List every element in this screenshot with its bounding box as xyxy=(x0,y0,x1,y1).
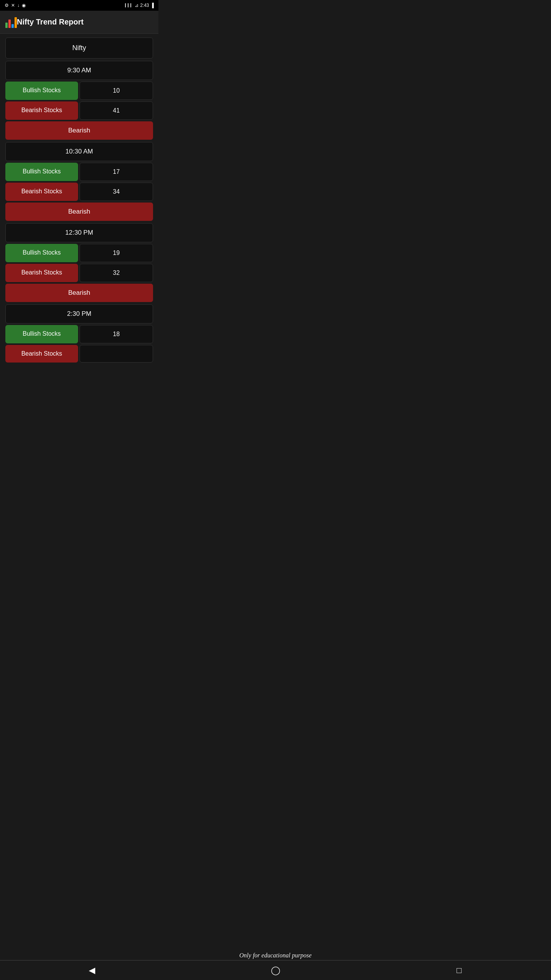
bullish-value-0: 10 xyxy=(80,82,153,100)
time-display: 2:43 xyxy=(140,3,149,8)
bearish-value-1: 34 xyxy=(80,183,153,201)
settings-icon: ⚙ xyxy=(5,3,9,8)
time-sections: 9:30 AMBullish Stocks10Bearish Stocks41B… xyxy=(5,61,153,363)
bearish-label-3: Bearish Stocks xyxy=(5,345,78,363)
bullish-row-0: Bullish Stocks10 xyxy=(5,82,153,100)
trend-label-2: Bearish xyxy=(5,284,153,302)
bearish-row-2: Bearish Stocks32 xyxy=(5,264,153,282)
main-content: Nifty 9:30 AMBullish Stocks10Bearish Sto… xyxy=(0,34,158,388)
battery-icon: ▐ xyxy=(150,3,154,8)
watermark-text: Only for educational purpose xyxy=(0,952,158,959)
time-label-3: 2:30 PM xyxy=(5,304,153,323)
close-icon: ✕ xyxy=(11,3,15,8)
bullish-value-1: 17 xyxy=(80,163,153,181)
android-icon: ◉ xyxy=(22,3,26,8)
wifi-icon: ⊿ xyxy=(135,3,139,8)
bullish-label-2: Bullish Stocks xyxy=(5,244,78,262)
time-block-0: 9:30 AMBullish Stocks10Bearish Stocks41B… xyxy=(5,61,153,140)
bearish-label-1: Bearish Stocks xyxy=(5,183,78,201)
bullish-row-3: Bullish Stocks18 xyxy=(5,325,153,343)
time-block-1: 10:30 AMBullish Stocks17Bearish Stocks34… xyxy=(5,142,153,221)
signal-icon: ▎▎▎ xyxy=(125,3,133,7)
trend-label-1: Bearish xyxy=(5,203,153,221)
time-label-2: 12:30 PM xyxy=(5,223,153,242)
app-logo xyxy=(5,16,17,28)
download-icon: ↓ xyxy=(17,3,20,8)
bullish-label-1: Bullish Stocks xyxy=(5,163,78,181)
bullish-label-0: Bullish Stocks xyxy=(5,82,78,100)
bullish-row-1: Bullish Stocks17 xyxy=(5,163,153,181)
back-button[interactable]: ◀ xyxy=(80,964,103,976)
status-bar-left: ⚙ ✕ ↓ ◉ xyxy=(5,3,26,8)
bearish-value-0: 41 xyxy=(80,101,153,120)
bearish-value-3 xyxy=(80,345,153,363)
bearish-row-3: Bearish Stocks xyxy=(5,345,153,363)
time-block-3: 2:30 PMBullish Stocks18Bearish Stocks xyxy=(5,304,153,363)
bullish-row-2: Bullish Stocks19 xyxy=(5,244,153,262)
app-header: Nifty Trend Report xyxy=(0,11,158,34)
bearish-label-2: Bearish Stocks xyxy=(5,264,78,282)
bullish-value-3: 18 xyxy=(80,325,153,343)
time-label-0: 9:30 AM xyxy=(5,61,153,80)
app-title: Nifty Trend Report xyxy=(17,18,83,26)
time-block-2: 12:30 PMBullish Stocks19Bearish Stocks32… xyxy=(5,223,153,302)
bearish-row-0: Bearish Stocks41 xyxy=(5,101,153,120)
status-bar: ⚙ ✕ ↓ ◉ ▎▎▎ ⊿ 2:43 ▐ xyxy=(0,0,158,11)
time-label-1: 10:30 AM xyxy=(5,142,153,161)
bullish-label-3: Bullish Stocks xyxy=(5,325,78,343)
status-bar-right: ▎▎▎ ⊿ 2:43 ▐ xyxy=(125,3,154,8)
trend-label-0: Bearish xyxy=(5,121,153,140)
nav-bar: ◀ ◯ □ xyxy=(0,960,158,980)
bearish-value-2: 32 xyxy=(80,264,153,282)
main-title: Nifty xyxy=(5,38,153,59)
bullish-value-2: 19 xyxy=(80,244,153,262)
bearish-row-1: Bearish Stocks34 xyxy=(5,183,153,201)
bearish-label-0: Bearish Stocks xyxy=(5,101,78,120)
